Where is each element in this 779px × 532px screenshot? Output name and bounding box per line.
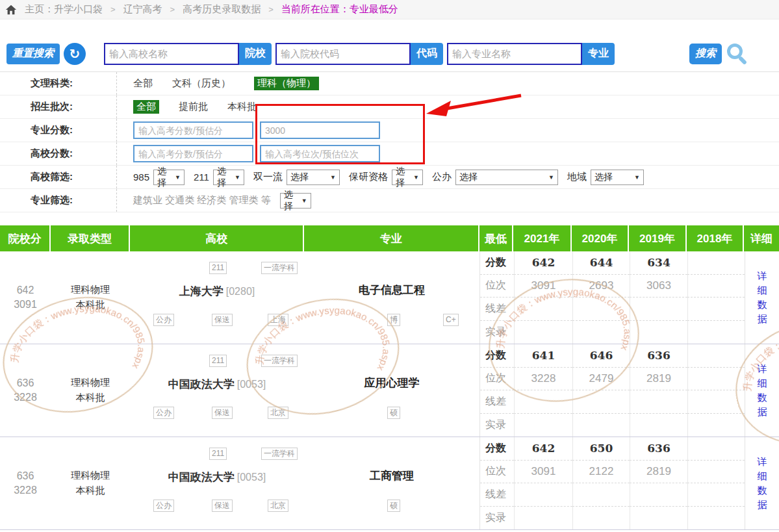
year-value [687,414,745,437]
breadcrumb-current: 当前所在位置：专业最低分 [281,3,398,16]
filter-region-select[interactable]: 选择▼ [591,170,644,185]
magnifier-icon[interactable] [727,44,743,59]
year-value: 636 [630,437,687,461]
attribute-tag: 公办 [153,314,174,326]
batch-option-undergrad[interactable]: 本科批 [227,101,257,113]
year-value [630,321,687,344]
year-value [687,275,745,298]
attribute-tag: 硕 [387,407,400,419]
year-value: 2819 [630,461,687,484]
year-value: 634 [630,251,687,275]
filter-row-major-score: 专业分数: [0,119,779,142]
year-value [687,298,745,321]
year-value [572,414,630,437]
detail-cell: 详 细 数 据 [745,344,779,437]
batch-option-all[interactable]: 全部 [133,100,159,114]
filter-double-first-select[interactable]: 选择▼ [287,170,340,185]
year-value [687,390,745,414]
year-value [687,437,745,461]
year-value [572,298,630,321]
college-rank-input[interactable] [260,145,380,162]
year-value [514,414,572,437]
attribute-tag: 上海 [268,314,288,326]
sub-row-label: 线差 [480,390,514,414]
year-value: 2122 [572,461,630,484]
chevron-down-icon: ▼ [301,197,307,204]
subject-option-science[interactable]: 理科（物理） [254,77,319,90]
attribute-tag: 北京 [268,407,288,419]
sub-row-label: 实录 [480,321,514,344]
year-value [687,251,745,275]
year-value: 644 [572,251,630,275]
chevron-down-icon: ▼ [330,174,336,181]
breadcrumb-item-history[interactable]: 高考历史录取数据 [183,3,261,16]
filter-985-select[interactable]: 选择▼ [153,170,185,185]
college-min-score: 642 [17,285,34,296]
year-value: 3091 [514,275,572,298]
detail-data-link[interactable]: 详 细 数 据 [758,455,767,512]
breadcrumb-item-liaoning[interactable]: 辽宁高考 [123,3,162,16]
major-score-input[interactable] [133,121,253,139]
search-bar: 重置搜索 ↻ 院校 代码 专业 搜索 [0,36,779,71]
batch-option-early[interactable]: 提前批 [179,101,208,113]
college-name-input[interactable] [104,43,239,65]
breadcrumb-separator: > [170,5,175,14]
major-search-button[interactable]: 专业 [582,43,615,65]
major-filter-select[interactable]: 选择▼ [280,193,311,209]
attribute-tag: C+ [443,314,459,326]
subject-option-liberal[interactable]: 文科（历史） [172,77,231,90]
subject-option-all[interactable]: 全部 [133,77,153,90]
chevron-down-icon: ▼ [413,174,419,181]
code-search-button[interactable]: 代码 [411,43,443,65]
year-value: 636 [630,344,687,368]
college-min-rank: 3228 [14,485,37,496]
college-score-cell: 636 3228 [0,344,51,437]
filter-985-label: 985 [133,171,149,183]
year-value: 2819 [630,368,687,391]
header-2020: 2020年 [572,225,629,251]
college-code-search-group: 代码 [275,43,443,65]
major-categories-text: 建筑业 交通类 经济类 管理类 等 [133,194,271,207]
year-data-zone: 分数641646636位次322824792819线差实录 详 细 数 据 [479,344,779,437]
admission-type-cell: 理科物理 本科批 [51,344,130,437]
admission-type-cell: 理科物理 本科批 [51,251,130,344]
detail-data-link[interactable]: 详 细 数 据 [758,362,767,419]
table-header: 院校分 录取类型 高校 专业 最低 2021年 2020年 2019年 2018… [0,225,779,251]
year-value: 3063 [630,275,687,298]
breadcrumb-home[interactable]: 主页：升学小口袋 [25,3,103,16]
college-score-input[interactable] [133,145,253,162]
year-value: 650 [572,437,630,461]
sub-row-label: 位次 [480,461,514,484]
year-value: 2479 [572,368,630,391]
college-score-cell: 642 3091 [0,251,51,344]
header-major: 专业 [304,225,479,251]
refresh-icon[interactable]: ↻ [64,43,86,65]
major-name-input[interactable] [447,43,582,65]
year-value [687,368,745,391]
detail-cell: 详 细 数 据 [745,437,779,529]
college-search-button[interactable]: 院校 [239,43,272,65]
major-cell: 电子信息工程 博C+ [304,251,479,344]
major-rank-input[interactable] [260,121,380,139]
admission-batch: 本科批 [76,392,105,404]
filter-postgrad-label: 保研资格 [349,171,388,183]
detail-data-link[interactable]: 详 细 数 据 [758,269,767,326]
year-value [687,483,745,507]
filter-211-select[interactable]: 选择▼ [213,170,244,185]
college-code-input[interactable] [275,43,411,65]
filter-label: 专业筛选: [0,189,117,212]
detail-cell: 详 细 数 据 [745,251,779,344]
year-value [572,483,630,507]
home-icon[interactable] [5,4,17,16]
sub-row-label: 位次 [480,368,514,391]
header-2018: 2018年 [687,225,744,251]
filter-postgrad-select[interactable]: 选择▼ [392,170,423,185]
sub-row-label: 分数 [480,437,514,461]
filter-label: 招生批次: [0,95,117,118]
filter-label: 高校筛选: [0,166,117,188]
filter-public-select[interactable]: 选择▼ [455,170,558,185]
attribute-tag: 保送 [212,314,233,326]
search-button[interactable]: 搜索 [689,44,722,64]
reset-search-button[interactable]: 重置搜索 [6,44,60,64]
header-college-score: 院校分 [0,225,51,251]
